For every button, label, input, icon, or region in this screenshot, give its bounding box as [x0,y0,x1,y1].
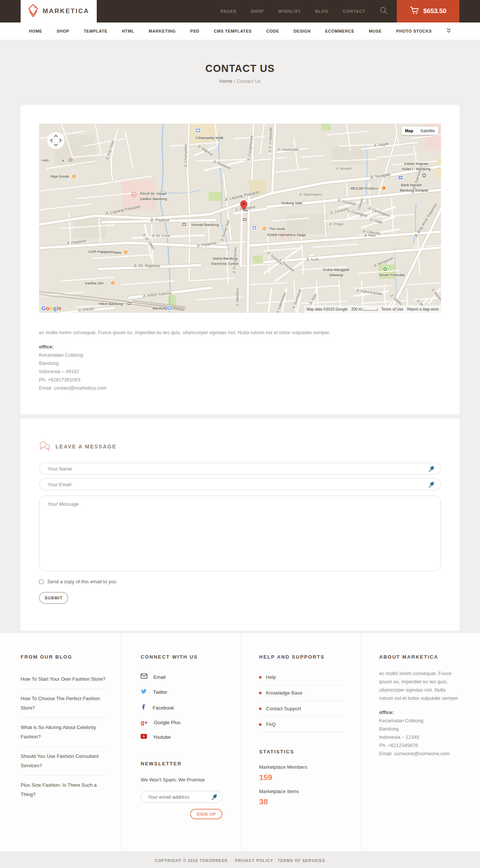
top-header: MARKETICA PAGES SHOP WISHLIST BLOG CONTA… [0,0,480,22]
map-label: Jl. Dr. Rajiman [133,263,160,268]
topnav-wishlist[interactable]: WISHLIST [278,9,301,13]
park-poi-icon [383,267,387,271]
social-link-googleplus[interactable]: g+ Google Plus [141,716,224,729]
office-line: Ph. +62817391083 [39,376,441,384]
pen-icon [429,481,435,488]
cart-button[interactable]: $653.50 [397,0,459,22]
map-label: Electronic Center [212,261,239,266]
help-link[interactable]: Help [259,669,344,685]
nav-psd[interactable]: PSD [190,29,199,33]
social-link-youtube[interactable]: Youtube [141,729,224,744]
signup-button[interactable]: SIGN UP [190,809,222,819]
copyright-text: COPYRIGHT © 2015 TOKOPRESS [155,858,228,863]
map-label: Jl. Hasanudin [277,147,299,151]
terms-of-use-link[interactable]: Terms of Use [381,307,404,311]
email-input[interactable] [39,478,441,490]
topnav-pages[interactable]: PAGES [220,9,237,13]
send-copy-label: Send a copy of this email to you [47,579,116,584]
footer-blog-column: FROM OUR BLOG How To Start Your Own Fash… [0,633,121,851]
help-link[interactable]: Knowladge Base [259,685,344,701]
svg-text:H: H [133,193,135,196]
newsletter-email-input[interactable] [141,791,222,803]
rest-poi-icon [123,250,128,254]
map-label: Bank Mandiri [401,183,422,187]
nav-html[interactable]: HTML [122,29,134,33]
newsletter-heading: NEWSLETTER [141,761,224,766]
stat-value: 159 [259,773,344,782]
nav-shop[interactable]: SHOP [57,29,69,33]
map-label: Siliwangi [329,273,343,277]
breadcrumb-current: Contact Us [237,78,261,84]
breadcrumb-home[interactable]: Home [219,78,232,84]
blog-link[interactable]: What is So Alluring About Celebrity Fash… [21,718,106,747]
site-footer: FROM OUR BLOG How To Start Your Own Fash… [0,633,480,851]
topnav-blog[interactable]: BLOG [315,9,328,13]
copyright-bar: COPYRIGHT © 2015 TOKOPRESS PRIVACY POLIC… [0,851,480,868]
footer-help-column: HELP AND SUPPORTS Help Knowladge Base Co… [241,633,361,851]
contact-card: H☾ Cihampelas WalkJl. HasanudinAstoaRaja… [21,105,459,414]
map-label: Jl. Progo [329,222,343,226]
bed-poi-icon [68,158,73,162]
map-label: Cihampelas Walk [196,136,224,140]
newsletter-tagline: We Won't Spam, We Promise [141,777,224,783]
nav-home[interactable]: HOME [29,29,42,33]
office-label: office: [39,343,441,351]
nav-muse[interactable]: MUSE [369,29,382,33]
map-label: GOR Pajajaran [88,249,112,254]
footer-connect-heading: CONNECT WITH US [141,654,224,660]
report-map-error-link[interactable]: Report a map error [407,307,439,311]
nav-cms-templates[interactable]: CMS TEMPLATES [214,29,252,33]
topnav-contact[interactable]: CONTACT [343,9,365,13]
contact-info: ec mollis lorem consequat. Fusce ipsum e… [39,329,441,392]
chevron-double-down-icon[interactable] [446,28,451,34]
youtube-icon [141,734,147,740]
blog-link[interactable]: How To Choose The Perfect Fashion Store? [21,689,106,718]
blog-link[interactable]: Should You Use Fashion Consultant Servic… [21,747,106,775]
search-icon[interactable] [380,6,388,16]
map-label: Novotel Bandung [192,223,219,227]
social-link-email[interactable]: Email [141,669,224,684]
nav-ecommerce[interactable]: ECOMMERCE [325,29,354,33]
google-logo: Google [41,305,62,311]
blog-link[interactable]: How To Start Your Own Fashion Store? [21,669,106,689]
page-header: CONTACT US Home › Contact Us [0,40,480,84]
map-label: Jl. Cihampelas [183,144,188,168]
google-map[interactable]: H☾ Cihampelas WalkJl. HasanudinAstoaRaja… [39,124,441,313]
map-label: Kelas I - Bandung [402,167,430,171]
help-link[interactable]: FAQ [259,717,344,732]
about-text: ec mollis lorem consequat. Fusce ipsum e… [379,669,459,702]
topnav-shop[interactable]: SHOP [251,9,264,13]
send-copy-checkbox[interactable] [39,580,44,584]
footer-about-heading: ABOUT MARKETICA [379,654,459,660]
twitter-icon [141,689,147,696]
help-link[interactable]: Contact Support [259,701,344,717]
nav-code[interactable]: CODE [266,29,279,33]
map-pan-control[interactable] [46,131,65,150]
facebook-icon [141,704,147,711]
nav-marketing[interactable]: MARKETING [149,29,176,33]
name-input[interactable] [39,463,441,475]
nav-photo-stocks[interactable]: PHOTO STOCKS [396,29,432,33]
bed-poi-icon [182,223,186,226]
social-link-facebook[interactable]: Facebook [141,700,224,716]
train-poi-icon [167,306,172,310]
footer-links[interactable]: PRIVACY POLICY . TERMS OF SERVICES [235,858,325,863]
gov-poi-icon [422,173,427,178]
map-type-map-button[interactable]: Map [402,127,417,135]
footer-help-heading: HELP AND SUPPORTS [259,654,344,660]
submit-button[interactable]: SUBMIT [39,592,68,604]
category-nav: HOME SHOP TEMPLATE HTML MARKETING PSD CM… [0,22,480,40]
map-label: Jl. Diponegoro [299,192,322,196]
map-attribution: Map data ©2015 Google 200 m Terms of Use… [304,305,441,313]
message-textarea[interactable] [39,496,441,571]
nav-template[interactable]: TEMPLATE [84,29,107,33]
brand-logo[interactable]: MARKETICA [21,0,97,22]
cart-total: $653.50 [423,7,446,15]
map-type-satellite-button[interactable]: Satellite [417,127,438,135]
social-link-twitter[interactable]: Twitter [141,684,224,700]
map-scale: 200 m [351,307,378,311]
footer-blog-heading: FROM OUR BLOG [21,654,106,660]
blog-link[interactable]: Plus Size Fashion: Is There Such a Thing… [21,775,106,804]
nav-design[interactable]: DESIGN [294,29,311,33]
mosque-poi-icon: ☾ [381,186,386,190]
